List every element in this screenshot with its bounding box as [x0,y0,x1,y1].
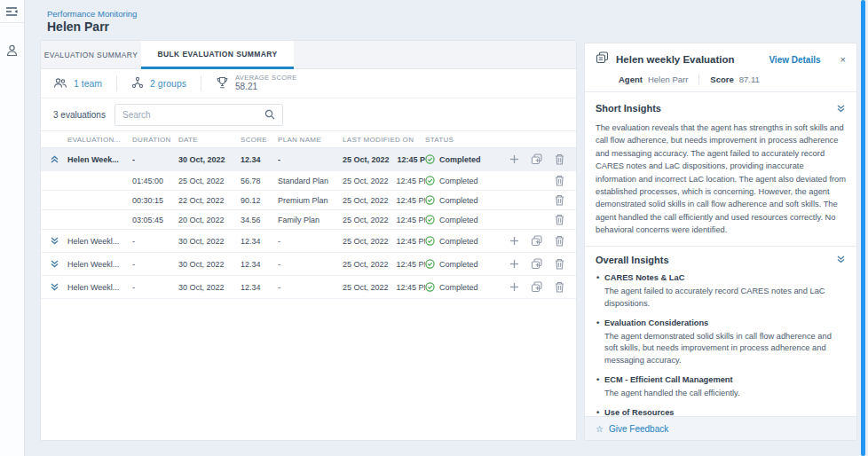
delete-icon[interactable] [555,281,564,293]
cell-date: 30 Oct, 2022 [178,260,241,269]
stat-divider [116,75,117,91]
copy-icon[interactable] [531,281,543,293]
groups-stat-label: 2 groups [150,78,186,89]
star-icon: ☆ [596,424,604,434]
insight-bullet-title: CARES Notes & LaC [596,273,846,282]
table-toolbar: 3 evaluations [41,98,576,130]
status-badge: Completed [425,236,507,246]
insight-bullet-list: CARES Notes & LaC The agent failed to ac… [596,273,846,416]
expander[interactable] [41,236,67,246]
sidebar-item-agents[interactable] [0,35,24,66]
close-icon[interactable]: × [840,54,846,65]
header-duration[interactable]: DURATION [132,136,178,144]
page-scrollbar[interactable] [861,0,865,456]
stats-row: 1 team 2 groups AVERAGE SCORE [41,69,576,98]
collapse-chevron-icon[interactable] [836,104,846,114]
check-circle-icon [425,195,435,205]
status-badge: Completed [425,259,507,269]
row-actions [507,214,576,225]
add-icon[interactable] [509,259,519,269]
row-actions [507,194,576,206]
trophy-icon [216,76,229,91]
delete-icon[interactable] [555,194,564,206]
cell-last-modified: 25 Oct, 202212:45 PM [343,155,425,164]
table-row[interactable]: Helen Weekl... - 30 Oct, 2022 12.34 - 25… [41,276,576,299]
header-last-modified[interactable]: LAST MODIFIED ON [343,136,425,144]
cell-score: 12.34 [241,283,278,292]
delete-icon[interactable] [555,153,564,165]
team-stat[interactable]: 1 team [53,77,102,90]
table-row[interactable]: Helen Week... - 30 Oct, 2022 12.34 - 25 … [41,148,576,171]
tab-filler [294,41,576,69]
score-label: Score [710,75,733,84]
short-insights-title: Short Insights [596,103,661,114]
row-actions [507,281,576,293]
insight-bullet-text: The agent handled the call efficiently. [604,388,846,400]
cell-date: 30 Oct, 2022 [178,283,241,292]
view-details-link[interactable]: View Details [769,55,820,65]
table-row[interactable]: 03:05:45 20 Oct, 2022 34.56 Family Plan … [41,210,576,230]
cell-date: 30 Oct, 2022 [178,155,241,164]
tab-evaluation-summary[interactable]: EVALUATION SUMMARY [41,41,141,69]
header-evaluation[interactable]: EVALUATION... [67,136,132,144]
check-circle-icon [425,176,435,185]
cell-duration: - [132,283,178,292]
cell-last-modified: 25 Oct, 202212:45 PM [343,216,425,224]
average-score-stat: AVERAGE SCORE 58.21 [216,74,297,93]
page-title: Helen Parr [47,20,109,34]
copy-icon[interactable] [531,235,543,247]
groups-stat[interactable]: 2 groups [131,76,186,90]
search-input[interactable] [115,110,264,120]
cell-duration: - [132,237,178,246]
header-score[interactable]: SCORE [241,136,278,144]
give-feedback-link[interactable]: Give Feedback [609,424,668,434]
cell-score: 34.56 [241,216,278,224]
table-row[interactable]: 01:45:00 25 Oct, 2022 56.78 Standard Pla… [41,171,576,191]
cell-plan-name: - [278,283,343,292]
agent-label: Agent [619,75,643,84]
delete-icon[interactable] [555,258,564,270]
team-stat-label: 1 team [74,78,102,89]
add-icon[interactable] [509,154,519,164]
insight-bullet-text: The agent failed to accurately record CA… [604,286,846,311]
collapse-chevron-icon[interactable] [836,255,846,264]
add-icon[interactable] [509,282,519,292]
insight-panel-header: Helen weekly Evaluation View Details × A… [585,43,856,92]
search-box[interactable] [114,104,283,126]
tab-bulk-evaluation-summary[interactable]: BULK EVALUATION SUMMARY [141,41,294,69]
user-icon [6,44,18,57]
insight-panel-body[interactable]: Short Insights The evaluation reveals th… [585,95,856,416]
insight-bullet-title: ECM - Efficient Call Management [596,375,846,384]
expander[interactable] [41,154,67,164]
table-row[interactable]: Helen Weekl... - 30 Oct, 2022 12.34 - 25… [41,253,576,276]
check-circle-icon [425,236,435,246]
cell-date: 25 Oct, 2022 [178,177,241,185]
header-plan-name[interactable]: PLAN NAME [278,136,343,144]
copy-icon[interactable] [531,258,543,270]
expander[interactable] [41,259,67,269]
short-insights-text: The evaluation reveals that the agent ha… [596,122,846,237]
table-row[interactable]: Helen Weekl... - 30 Oct, 2022 12.34 - 25… [41,230,576,253]
hierarchy-icon [131,76,144,90]
table-row[interactable]: 00:30:15 22 Oct, 2022 90.12 Premium Plan… [41,191,576,210]
cell-duration: - [132,155,178,164]
expander[interactable] [41,282,67,292]
header-date[interactable]: DATE [178,136,241,144]
cell-date: 22 Oct, 2022 [178,196,241,205]
insight-bullet: CARES Notes & LaC The agent failed to ac… [596,273,846,311]
cell-duration: 01:45:00 [132,177,178,185]
team-icon [53,77,67,90]
table-header: EVALUATION... DURATION DATE SCORE PLAN N… [41,130,576,148]
breadcrumb[interactable]: Performance Monitoring [47,9,137,19]
score-value: 87.11 [739,75,760,84]
delete-icon[interactable] [555,235,564,247]
copy-icon[interactable] [531,153,543,165]
menu-toggle-button[interactable] [0,0,24,23]
header-status[interactable]: STATUS [425,136,507,144]
insight-panel: Helen weekly Evaluation View Details × A… [584,43,857,441]
row-actions [507,175,576,186]
search-icon[interactable] [264,109,275,120]
delete-icon[interactable] [555,214,564,225]
add-icon[interactable] [509,236,519,246]
delete-icon[interactable] [555,175,564,186]
